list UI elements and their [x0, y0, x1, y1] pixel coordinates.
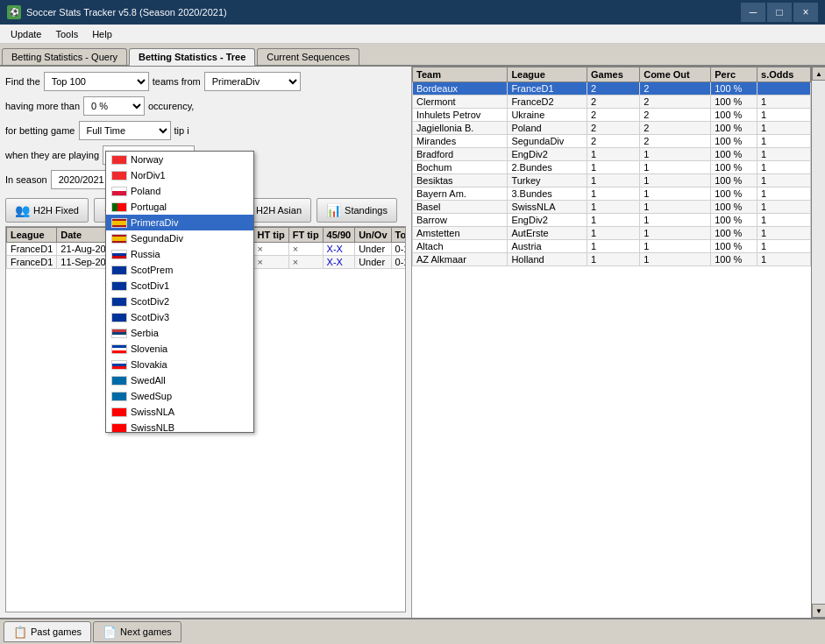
table-row[interactable]: BesiktasTurkey11100 %1 — [413, 174, 811, 188]
scroll-track[interactable] — [812, 81, 825, 604]
col-date: Date — [57, 228, 110, 243]
h2h-asian-label: H2H Asian — [256, 205, 302, 216]
title-bar: ⚽ Soccer Stats Tracker v5.8 (Season 2020… — [0, 0, 825, 25]
menu-tools[interactable]: Tools — [48, 27, 85, 41]
table-row[interactable]: BaselSwissNLA11100 %1 — [413, 201, 811, 214]
menu-bar: Update Tools Help — [0, 25, 825, 44]
flag-russia — [111, 250, 127, 259]
standings-label: Standings — [345, 205, 388, 216]
tip-label: tip i — [174, 125, 189, 136]
season-label: In season — [5, 174, 47, 185]
table-row[interactable]: Jagiellonia B.Poland22100 %1 — [413, 122, 811, 135]
query-row-3: for betting game Full Time tip i — [5, 121, 406, 140]
query-row-2: having more than 0 % occurency, — [5, 96, 406, 116]
dropdown-item-poland[interactable]: Poland — [106, 183, 253, 199]
dropdown-item-swedall[interactable]: SwedAll — [106, 372, 253, 388]
table-row[interactable]: AmstettenAutErste11100 %1 — [413, 227, 811, 240]
scroll-down-button[interactable]: ▼ — [812, 604, 825, 618]
col-4590: 45/90 — [323, 228, 355, 243]
col-ft-tip: FT tip — [288, 228, 323, 243]
table-row[interactable]: Bochum2.Bundes11100 %1 — [413, 161, 811, 174]
table-row[interactable]: AltachAustria11100 %1 — [413, 240, 811, 253]
table-row[interactable]: MirandesSegundaDiv22100 %1 — [413, 135, 811, 148]
tab-sequences[interactable]: Current Sequences — [257, 48, 359, 65]
table-row[interactable]: BradfordEngDiv211100 %1 — [413, 148, 811, 161]
table-row[interactable]: AZ AlkmaarHolland11100 %1 — [413, 253, 811, 266]
table-row[interactable]: Bayern Am.3.Bundes11100 %1 — [413, 188, 811, 201]
left-panel: Find the Top 100 teams from PrimeraDiv h… — [0, 67, 412, 618]
right-table-container[interactable]: Team League Games Come Out Perc s.Odds B… — [412, 67, 811, 618]
tab-next-games[interactable]: 📄 Next games — [93, 621, 181, 642]
dropdown-item-swissnlb[interactable]: SwissNLB — [106, 420, 253, 432]
close-button[interactable]: × — [793, 3, 818, 22]
standings-button[interactable]: 📊 Standings — [316, 198, 397, 223]
bottom-bar: 📋 Past games 📄 Next games — [0, 618, 825, 644]
right-table: Team League Games Come Out Perc s.Odds B… — [412, 67, 811, 266]
h2h-fixed-label: H2H Fixed — [33, 205, 79, 216]
flag-scotland — [111, 297, 127, 307]
tab-tree[interactable]: Betting Statistics - Tree — [129, 48, 255, 66]
maximize-button[interactable]: □ — [767, 3, 792, 22]
dropdown-item-scotprem[interactable]: ScotPrem — [106, 262, 253, 278]
menu-update[interactable]: Update — [4, 27, 48, 41]
rt-col-league: League — [508, 67, 587, 82]
teams-from-label: teams from — [153, 76, 201, 87]
scroll-up-button[interactable]: ▲ — [812, 67, 825, 81]
league-select[interactable]: PrimeraDiv — [204, 72, 301, 91]
main-content: Find the Top 100 teams from PrimeraDiv h… — [0, 67, 825, 618]
rt-col-team: Team — [413, 67, 508, 82]
flag-serbia — [111, 329, 127, 338]
window-controls: ─ □ × — [741, 3, 818, 22]
dropdown-item-portugal[interactable]: Portugal — [106, 199, 253, 215]
table-row[interactable]: ClermontFranceD222100 %1 — [413, 96, 811, 109]
table-row[interactable]: BordeauxFranceD122100 % — [413, 82, 811, 96]
dropdown-item-swissnla[interactable]: SwissNLA — [106, 404, 253, 420]
top100-select[interactable]: Top 100 — [44, 72, 149, 91]
col-league: League — [7, 228, 57, 243]
tab-query[interactable]: Betting Statistics - Query — [2, 48, 127, 65]
dropdown-item-primeradiv[interactable]: PrimeraDiv — [106, 215, 253, 230]
flag-slovakia — [111, 360, 127, 370]
past-games-label: Past games — [31, 626, 82, 637]
standings-icon: 📊 — [326, 203, 341, 217]
next-games-icon: 📄 — [103, 626, 117, 639]
dropdown-item-russia[interactable]: Russia — [106, 246, 253, 262]
rt-col-games: Games — [587, 67, 640, 82]
dropdown-item-swedsup[interactable]: SwedSup — [106, 388, 253, 404]
dropdown-item-slovakia[interactable]: Slovakia — [106, 357, 253, 372]
past-games-icon: 📋 — [13, 626, 27, 639]
flag-switzerland — [111, 423, 127, 433]
query-row-1: Find the Top 100 teams from PrimeraDiv — [5, 72, 406, 91]
occurency-label: occurency, — [148, 101, 194, 111]
dropdown-item-scotdiv3[interactable]: ScotDiv3 — [106, 309, 253, 325]
dropdown-item-serbia[interactable]: Serbia — [106, 325, 253, 341]
app-icon: ⚽ — [7, 5, 21, 19]
menu-help[interactable]: Help — [85, 27, 119, 41]
flag-scotland — [111, 281, 127, 291]
dropdown-item-nordiv1[interactable]: NorDiv1 — [106, 167, 253, 183]
dropdown-item-segundadiv[interactable]: SegundaDiv — [106, 230, 253, 246]
flag-spain — [111, 218, 127, 228]
next-games-label: Next games — [120, 626, 172, 637]
game-type-select[interactable]: Full Time — [79, 121, 171, 140]
dropdown-item-scotdiv2[interactable]: ScotDiv2 — [106, 294, 253, 309]
dropdown-item-norway[interactable]: Norway — [106, 152, 253, 167]
flag-spain — [111, 234, 127, 244]
flag-scotland — [111, 265, 127, 275]
h2h-fixed-button[interactable]: 👥 H2H Fixed — [5, 198, 89, 223]
rt-col-comeout: Come Out — [640, 67, 711, 82]
flag-switzerland — [111, 407, 127, 417]
tab-past-games[interactable]: 📋 Past games — [4, 621, 91, 642]
dropdown-item-scotdiv1[interactable]: ScotDiv1 — [106, 278, 253, 294]
league-dropdown[interactable]: NorwayNorDiv1PolandPortugalPrimeraDivSeg… — [105, 151, 254, 433]
right-scrollbar[interactable]: ▲ ▼ — [811, 67, 825, 618]
table-row[interactable]: BarrowEngDiv211100 %1 — [413, 214, 811, 227]
table-row[interactable]: Inhulets PetrovUkraine22100 %1 — [413, 109, 811, 122]
col-total: Total g. — [391, 228, 406, 243]
dropdown-item-slovenia[interactable]: Slovenia — [106, 341, 253, 357]
right-panel: Team League Games Come Out Perc s.Odds B… — [412, 67, 811, 618]
occurency-select[interactable]: 0 % — [83, 96, 145, 116]
rt-col-perc: Perc — [711, 67, 757, 82]
tab-bar: Betting Statistics - Query Betting Stati… — [0, 44, 825, 67]
minimize-button[interactable]: ─ — [741, 3, 765, 22]
